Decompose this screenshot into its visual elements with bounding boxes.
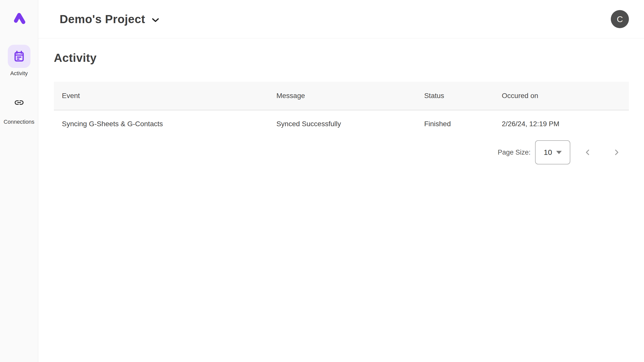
sidebar-item-label: Activity [10,70,28,77]
brand-caret-logo-svg [13,13,25,25]
cell-occured-on: 2/26/24, 12:19 PM [494,120,629,128]
brand-caret-logo[interactable] [13,13,25,26]
next-page-button[interactable] [611,146,623,158]
column-header-event[interactable]: Event [54,92,268,100]
column-header-status[interactable]: Status [416,92,494,100]
sidebar-item-connections[interactable]: Connections [0,91,38,125]
chevron-down-icon [152,18,159,23]
activity-icon-box [8,45,30,68]
select-dropdown-arrow-icon [556,151,562,154]
calendar-icon [14,51,24,62]
sidebar-item-activity[interactable]: Activity [0,45,38,77]
main-content: Activity Event Message Status Occured on… [38,38,644,362]
sidebar-item-label: Connections [4,119,34,125]
previous-page-button[interactable] [582,146,594,158]
activity-table: Event Message Status Occured on Syncing … [54,82,629,164]
table-header-row: Event Message Status Occured on [54,82,629,110]
sidebar: Activity Connections [0,0,38,362]
top-header: Demo's Project C [38,0,644,38]
link-icon [14,97,24,108]
page-size-label: Page Size: [498,149,531,156]
chevron-right-icon [613,149,620,156]
chevron-left-icon [584,149,591,156]
avatar-initial: C [617,14,623,24]
column-header-occured-on[interactable]: Occured on [494,92,629,100]
cell-event: Syncing G-Sheets & G-Contacts [54,120,268,128]
connections-icon-box [8,91,30,114]
table-row[interactable]: Syncing G-Sheets & G-Contacts Synced Suc… [54,110,629,138]
column-header-message[interactable]: Message [268,92,416,100]
page-title: Activity [54,38,629,65]
avatar[interactable]: C [611,10,629,28]
pagination-bar: Page Size: 10 [54,140,629,164]
project-title: Demo's Project [60,12,145,26]
project-switcher[interactable]: Demo's Project [60,12,159,26]
cell-status: Finished [416,120,494,128]
page-size-value: 10 [544,148,552,157]
page-size-select[interactable]: 10 [535,140,570,164]
cell-message: Synced Successfully [268,120,416,128]
